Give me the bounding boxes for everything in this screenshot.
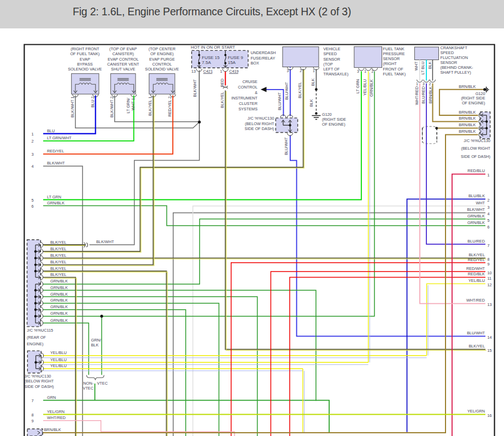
svg-text:GRN/BLK: GRN/BLK bbox=[50, 304, 68, 309]
svg-text:(TOP: (TOP bbox=[324, 62, 333, 67]
svg-text:RED: RED bbox=[220, 79, 225, 87]
svg-text:GRN/BLK: GRN/BLK bbox=[467, 214, 485, 219]
svg-text:GRN/BLK: GRN/BLK bbox=[50, 311, 68, 316]
svg-text:BLK/YEL: BLK/YEL bbox=[50, 272, 67, 277]
svg-text:BLU/WHT: BLU/WHT bbox=[284, 137, 289, 155]
svg-text:WHT: WHT bbox=[414, 61, 419, 70]
svg-text:BRN/BLK: BRN/BLK bbox=[459, 122, 476, 127]
svg-text:BLK/WHT: BLK/WHT bbox=[96, 239, 114, 244]
svg-text:WHT/RED: WHT/RED bbox=[414, 86, 419, 105]
svg-text:RED/YEL: RED/YEL bbox=[468, 257, 485, 262]
svg-text:BLK/WHT: BLK/WHT bbox=[47, 161, 65, 166]
svg-text:(RIGHT FRONT: (RIGHT FRONT bbox=[71, 46, 99, 51]
svg-text:7.5A: 7.5A bbox=[202, 60, 211, 65]
svg-text:SYSTEMS: SYSTEMS bbox=[238, 107, 257, 111]
svg-text:BRN/BLK: BRN/BLK bbox=[459, 129, 476, 134]
svg-text:5: 5 bbox=[488, 218, 490, 223]
svg-text:TRANSAXLE): TRANSAXLE) bbox=[324, 72, 349, 76]
svg-text:1: 1 bbox=[313, 69, 315, 73]
svg-text:J/C %%UC130: J/C %%UC130 bbox=[25, 374, 51, 379]
svg-text:OF ENGINE): OF ENGINE) bbox=[462, 101, 485, 105]
svg-text:11: 11 bbox=[488, 276, 492, 281]
svg-text:(BEHIND CRANK-: (BEHIND CRANK- bbox=[441, 65, 474, 70]
svg-text:GRN/BLK: GRN/BLK bbox=[50, 298, 68, 303]
svg-text:BLU/RED: BLU/RED bbox=[421, 86, 426, 104]
svg-text:HOT IN ON OR START: HOT IN ON OR START bbox=[191, 45, 235, 50]
svg-text:2: 2 bbox=[371, 69, 373, 73]
svg-text:GRN/BLK: GRN/BLK bbox=[369, 79, 374, 97]
svg-text:(BELOW RIGHT: (BELOW RIGHT bbox=[461, 146, 490, 151]
svg-text:CANISTER): CANISTER) bbox=[113, 51, 134, 56]
svg-text:RED/BLU: RED/BLU bbox=[467, 168, 485, 173]
svg-text:LT GRN/: LT GRN/ bbox=[126, 97, 131, 113]
svg-text:GRN: GRN bbox=[47, 395, 56, 400]
svg-text:BOX: BOX bbox=[250, 61, 259, 66]
svg-text:13: 13 bbox=[191, 69, 196, 74]
svg-text:EVAP: EVAP bbox=[80, 57, 90, 62]
svg-text:LT GRN: LT GRN bbox=[355, 79, 360, 93]
svg-text:J/C %%UC115: J/C %%UC115 bbox=[27, 328, 53, 333]
svg-text:LEFT OF: LEFT OF bbox=[324, 67, 340, 72]
svg-text:PRESSURE: PRESSURE bbox=[383, 51, 405, 56]
svg-text:BLK: BLK bbox=[310, 78, 315, 86]
svg-text:BLK/YEL: BLK/YEL bbox=[297, 82, 302, 98]
svg-text:SIDE OF DASH): SIDE OF DASH) bbox=[25, 384, 54, 389]
svg-text:YEL/BLU: YEL/BLU bbox=[50, 357, 67, 362]
svg-text:&: & bbox=[255, 90, 257, 95]
svg-text:FUSE 9: FUSE 9 bbox=[228, 55, 244, 60]
svg-text:YEL/BLU: YEL/BLU bbox=[362, 79, 367, 96]
svg-text:BLK/YEL: BLK/YEL bbox=[50, 266, 67, 271]
svg-text:BLK/YEL: BLK/YEL bbox=[468, 344, 485, 349]
svg-text:FUSE/RELAY: FUSE/RELAY bbox=[250, 56, 275, 61]
svg-text:BRN/BLK: BRN/BLK bbox=[44, 427, 61, 432]
svg-text:13: 13 bbox=[488, 302, 492, 307]
svg-text:GRN/BLK: GRN/BLK bbox=[50, 279, 68, 284]
svg-text:LT BLU: LT BLU bbox=[420, 62, 425, 75]
svg-text:BLK: BLK bbox=[427, 61, 432, 69]
svg-text:10: 10 bbox=[488, 270, 492, 275]
svg-text:SENSOR: SENSOR bbox=[441, 60, 458, 65]
svg-text:BLU 2: BLU 2 bbox=[90, 97, 95, 108]
svg-text:BRN/BLK: BRN/BLK bbox=[459, 110, 476, 115]
svg-text:2: 2 bbox=[31, 139, 33, 144]
svg-text:SHUT VALVE: SHUT VALVE bbox=[111, 67, 135, 72]
svg-text:(BELOW RIGHT: (BELOW RIGHT bbox=[245, 121, 274, 126]
svg-text:3: 3 bbox=[423, 82, 425, 86]
svg-text:BYPASS: BYPASS bbox=[77, 62, 93, 67]
svg-text:INSTRUMENT: INSTRUMENT bbox=[231, 96, 257, 101]
svg-text:CRUISE: CRUISE bbox=[242, 79, 257, 84]
svg-text:12: 12 bbox=[488, 282, 492, 287]
svg-text:SOLENOID VALVE: SOLENOID VALVE bbox=[68, 67, 102, 72]
svg-text:YEL/BLU: YEL/BLU bbox=[468, 278, 485, 283]
svg-text:(RIGHT SIDE: (RIGHT SIDE bbox=[322, 117, 346, 122]
svg-text:WHT/RED: WHT/RED bbox=[466, 298, 485, 303]
svg-text:SIDE OF DASH): SIDE OF DASH) bbox=[245, 126, 274, 131]
svg-text:1: 1 bbox=[416, 82, 418, 86]
svg-text:FUEL TANK: FUEL TANK bbox=[383, 46, 405, 51]
svg-text:BLK/WHT: BLK/WHT bbox=[192, 79, 197, 97]
svg-text:CANISTER VENT: CANISTER VENT bbox=[107, 62, 139, 67]
svg-text:Fig 2: 1.6L, Engine Performanc: Fig 2: 1.6L, Engine Performance Circuits… bbox=[73, 5, 351, 17]
svg-text:VTEC: VTEC bbox=[83, 386, 93, 391]
svg-text:SHAFT PULLEY): SHAFT PULLEY) bbox=[441, 70, 471, 75]
svg-text:16: 16 bbox=[488, 413, 492, 418]
svg-text:5: 5 bbox=[31, 198, 33, 203]
svg-text:1: 1 bbox=[220, 69, 222, 74]
svg-text:CONTROL: CONTROL bbox=[238, 85, 257, 90]
svg-text:BLU/RED: BLU/RED bbox=[467, 239, 485, 244]
svg-text:G120: G120 bbox=[322, 112, 332, 117]
svg-text:UNDERDASH: UNDERDASH bbox=[250, 50, 276, 55]
svg-text:(BELOW RIGHT: (BELOW RIGHT bbox=[25, 379, 54, 384]
svg-text:WHT/RED: WHT/RED bbox=[47, 415, 66, 420]
svg-text:3: 3 bbox=[357, 69, 359, 73]
svg-text:2: 2 bbox=[429, 82, 431, 86]
svg-text:BLK: BLK bbox=[309, 99, 314, 107]
svg-text:9: 9 bbox=[488, 262, 490, 267]
svg-text:9: 9 bbox=[31, 419, 33, 423]
svg-text:SIDE OF DASH): SIDE OF DASH) bbox=[461, 154, 490, 159]
svg-text:(REAR OF: (REAR OF bbox=[27, 335, 46, 340]
svg-text:RED/YEL 2: RED/YEL 2 bbox=[167, 97, 172, 117]
svg-text:4: 4 bbox=[488, 211, 490, 216]
svg-text:VEHICLE: VEHICLE bbox=[324, 46, 341, 51]
svg-text:C419: C419 bbox=[229, 69, 238, 74]
